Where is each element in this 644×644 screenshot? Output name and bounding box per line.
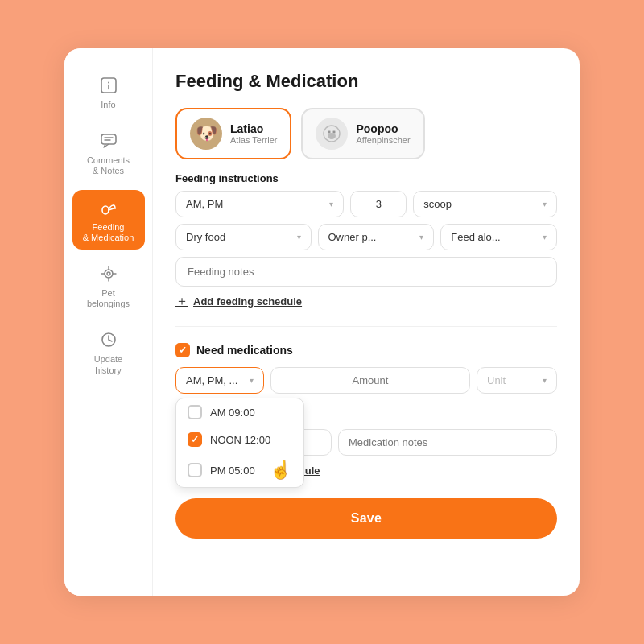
dropdown-pm[interactable]: PM 05:00 ☝ xyxy=(176,453,303,487)
pet-selector: 🐶 Latiao Atlas Terrier xyxy=(175,108,557,159)
owner-value: Owner p... xyxy=(328,231,377,243)
med-unit-select[interactable]: Unit ▾ xyxy=(477,367,557,394)
unit-select[interactable]: scoop ▾ xyxy=(413,191,557,217)
feed-alone-value: Feed alo... xyxy=(451,231,500,243)
feeding-icon xyxy=(97,196,120,219)
sidebar-item-comments[interactable]: Comments& Notes xyxy=(72,123,145,183)
feeding-section-label: Feeding instructions xyxy=(175,172,557,184)
sidebar-label-history: Updatehistory xyxy=(94,354,122,375)
time-select[interactable]: AM, PM ▾ xyxy=(175,191,344,217)
svg-point-9 xyxy=(107,272,110,275)
owner-chevron: ▾ xyxy=(419,233,423,242)
time-dropdown-popup[interactable]: AM 09:00 ✓ NOON 12:00 PM 05:00 ☝ xyxy=(175,398,304,488)
noon-checkbox[interactable]: ✓ xyxy=(188,432,202,447)
am-label: AM 09:00 xyxy=(210,407,255,419)
med-time-chevron: ▾ xyxy=(250,376,254,385)
pet-breed-latiao: Atlas Terrier xyxy=(230,135,277,145)
svg-point-1 xyxy=(108,82,109,84)
pet-name-latiao: Latiao xyxy=(230,122,277,135)
comments-icon xyxy=(97,130,120,152)
sidebar-item-history[interactable]: Updatehistory xyxy=(72,322,145,382)
info-icon xyxy=(97,74,120,97)
sidebar-label-info: Info xyxy=(101,100,115,110)
pet-name-poopoo: Poopoo xyxy=(356,122,410,135)
med-unit-chevron: ▾ xyxy=(543,376,547,385)
feed-alone-select[interactable]: Feed alo... ▾ xyxy=(440,224,557,250)
sidebar-label-comments: Comments& Notes xyxy=(87,155,130,176)
main-content: Feeding & Medication 🐶 Latiao Atlas Terr… xyxy=(153,48,580,596)
med-row-1: AM, PM, ... ▾ Unit ▾ xyxy=(175,367,557,394)
sidebar: Info Comments& Notes xyxy=(64,48,153,596)
amount-input[interactable] xyxy=(350,191,407,217)
main-card: Info Comments& Notes xyxy=(64,48,580,596)
sidebar-item-feeding[interactable]: Feeding& Medication xyxy=(72,190,145,250)
dropdown-am[interactable]: AM 09:00 xyxy=(176,398,303,426)
owner-select[interactable]: Owner p... ▾ xyxy=(318,224,435,250)
svg-point-20 xyxy=(333,131,335,133)
svg-point-8 xyxy=(105,270,113,278)
section-divider xyxy=(175,326,557,327)
sidebar-item-belongings[interactable]: Petbelongings xyxy=(72,256,145,316)
pet-avatar-poopoo xyxy=(316,118,348,150)
cursor-hand-icon: ☝ xyxy=(270,460,291,481)
feeding-section: Feeding instructions AM, PM ▾ scoop ▾ Dr… xyxy=(175,172,557,310)
food-type-select[interactable]: Dry food ▾ xyxy=(175,224,312,250)
save-button[interactable]: Save xyxy=(175,498,557,539)
medications-section: ✓ Need medications AM, PM, ... ▾ Unit ▾ xyxy=(175,343,557,479)
page-title: Feeding & Medication xyxy=(175,71,557,92)
food-type-value: Dry food xyxy=(186,231,225,243)
med-notes-input[interactable] xyxy=(338,429,557,456)
feeding-notes-input[interactable] xyxy=(175,257,557,287)
need-medications-checkbox[interactable]: ✓ xyxy=(175,343,190,357)
sidebar-item-info[interactable]: Info xyxy=(72,68,145,117)
pet-info-latiao: Latiao Atlas Terrier xyxy=(230,122,277,145)
sidebar-label-belongings: Petbelongings xyxy=(87,288,130,309)
plus-icon: ＋ xyxy=(175,293,188,310)
add-feeding-label: Add feeding schedule xyxy=(193,295,302,308)
med-time-select[interactable]: AM, PM, ... ▾ xyxy=(175,367,264,394)
med-unit-value: Unit xyxy=(487,374,506,386)
med-time-value: AM, PM, ... xyxy=(186,374,237,386)
food-chevron: ▾ xyxy=(297,233,301,242)
feeding-row-1: AM, PM ▾ scoop ▾ xyxy=(175,191,557,217)
pm-label: PM 05:00 xyxy=(210,464,255,477)
history-icon xyxy=(97,328,120,351)
med-amount-input[interactable] xyxy=(270,367,470,394)
svg-point-6 xyxy=(102,206,109,214)
pet-card-latiao[interactable]: 🐶 Latiao Atlas Terrier xyxy=(175,108,291,159)
dropdown-noon[interactable]: ✓ NOON 12:00 xyxy=(176,426,303,453)
pet-breed-poopoo: Affenpinscher xyxy=(356,135,410,145)
checkbox-check-icon: ✓ xyxy=(179,345,187,355)
sidebar-label-feeding: Feeding& Medication xyxy=(83,222,134,243)
feeding-row-2: Dry food ▾ Owner p... ▾ Feed alo... ▾ xyxy=(175,224,557,250)
unit-select-value: scoop xyxy=(423,198,452,210)
add-feeding-schedule[interactable]: ＋ Add feeding schedule xyxy=(175,293,557,310)
need-med-row: ✓ Need medications xyxy=(175,343,557,357)
pet-avatar-latiao: 🐶 xyxy=(190,118,222,150)
svg-point-19 xyxy=(328,131,330,133)
am-checkbox[interactable] xyxy=(188,405,202,419)
feed-alone-chevron: ▾ xyxy=(543,233,547,242)
need-med-label: Need medications xyxy=(196,344,293,357)
pet-info-poopoo: Poopoo Affenpinscher xyxy=(356,122,410,145)
noon-check-icon: ✓ xyxy=(191,435,199,444)
noon-label: NOON 12:00 xyxy=(210,434,270,446)
time-chevron: ▾ xyxy=(329,200,333,208)
pet-card-poopoo[interactable]: Poopoo Affenpinscher xyxy=(301,108,424,159)
svg-rect-3 xyxy=(101,134,116,144)
pm-checkbox[interactable] xyxy=(188,463,202,477)
med-form-container: AM, PM, ... ▾ Unit ▾ AM 09:00 xyxy=(175,367,557,479)
time-select-value: AM, PM xyxy=(186,198,223,210)
unit-chevron: ▾ xyxy=(543,200,547,208)
feeding-notes-row xyxy=(175,257,557,287)
belongings-icon xyxy=(97,262,120,285)
svg-point-16 xyxy=(328,133,336,139)
